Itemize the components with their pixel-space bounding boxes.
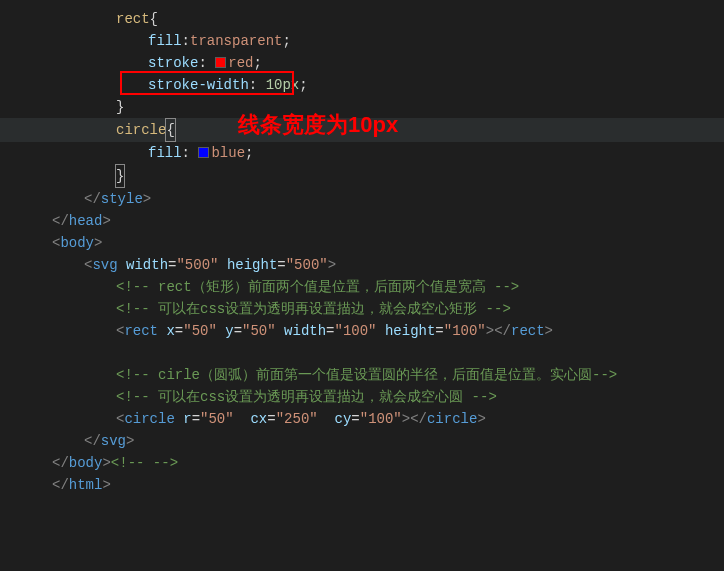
code-line: } [20, 96, 724, 118]
blank-line [20, 342, 724, 364]
code-line: </svg> [20, 430, 724, 452]
color-swatch-blue [198, 147, 209, 158]
code-line: fill: blue; [20, 142, 724, 164]
code-editor[interactable]: rect{ fill:transparent; stroke: red; str… [20, 8, 724, 496]
color-swatch-red [215, 57, 226, 68]
code-line: </head> [20, 210, 724, 232]
code-line: stroke-width: 10px; [20, 74, 724, 96]
code-line: <circle r="50" cx="250" cy="100"></circl… [20, 408, 724, 430]
code-line: fill:transparent; [20, 30, 724, 52]
code-line: <!-- cirle（圆弧）前面第一个值是设置圆的半径，后面值是位置。实心圆--… [20, 364, 724, 386]
code-line: <svg width="500" height="500"> [20, 254, 724, 276]
code-line: </html> [20, 474, 724, 496]
code-line: </style> [20, 188, 724, 210]
code-line: stroke: red; [20, 52, 724, 74]
code-line: <!-- 可以在css设置为透明再设置描边，就会成空心圆 --> [20, 386, 724, 408]
code-line: <rect x="50" y="50" width="100" height="… [20, 320, 724, 342]
code-line: <!-- 可以在css设置为透明再设置描边，就会成空心矩形 --> [20, 298, 724, 320]
code-line: rect{ [20, 8, 724, 30]
code-line: <body> [20, 232, 724, 254]
code-line-active: circle{ [0, 118, 724, 142]
code-line: } [20, 164, 724, 188]
code-line: </body><!-- --> [20, 452, 724, 474]
code-line: <!-- rect（矩形）前面两个值是位置，后面两个值是宽高 --> [20, 276, 724, 298]
